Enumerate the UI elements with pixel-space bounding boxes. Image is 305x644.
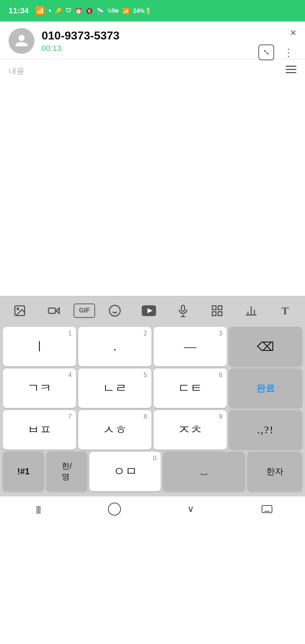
- key-done[interactable]: 완료: [229, 368, 302, 408]
- status-bar: 11:34 📶 • 🔑 🛡 ⏰ 🔇 📡 ¼lte 📶 24%🔋: [0, 0, 305, 22]
- key-3-num: 3: [219, 330, 222, 337]
- key-1-vowel[interactable]: 1 ㅣ: [3, 327, 76, 366]
- lte-icon: ¼lte: [107, 8, 119, 14]
- close-button[interactable]: ×: [290, 27, 296, 38]
- call-header: 010-9373-5373 00:13 × ⤡ ⋮: [0, 22, 305, 59]
- svg-rect-14: [212, 312, 216, 316]
- mic-tool-button[interactable]: [169, 300, 197, 321]
- key-9-num: 9: [219, 413, 222, 420]
- key-5-label: ㄴㄹ: [103, 380, 127, 396]
- key-hanja-label: 한자: [266, 466, 283, 477]
- key-1-num: 1: [68, 330, 72, 337]
- back-nav-button[interactable]: |||: [27, 498, 49, 520]
- svg-rect-12: [212, 306, 216, 310]
- content-area[interactable]: 내용: [0, 59, 305, 296]
- keyboard-row-3: 7 ㅂㅍ 8 ㅅㅎ 9 ㅈㅊ .,?!: [3, 410, 302, 450]
- keyboard-row-1: 1 ㅣ 2 . 3 — ⌫: [3, 327, 302, 366]
- youtube-tool-button[interactable]: [135, 300, 163, 321]
- image-tool-button[interactable]: [5, 300, 34, 321]
- key-5-nr[interactable]: 5 ㄴㄹ: [78, 368, 151, 408]
- key-5-num: 5: [144, 371, 147, 379]
- key-2-label: .: [113, 340, 117, 353]
- key-symbols[interactable]: !#1: [3, 452, 44, 491]
- key-7-bp[interactable]: 7 ㅂㅍ: [3, 410, 76, 450]
- chart-tool-button[interactable]: [237, 300, 266, 321]
- key-8-num: 8: [144, 413, 147, 420]
- keyboard-nav-button[interactable]: [256, 498, 278, 520]
- bottom-nav: ||| ∨: [0, 496, 305, 521]
- key-punct[interactable]: .,?!: [229, 410, 302, 450]
- key-hanja[interactable]: 한자: [247, 452, 302, 491]
- backspace-icon: ⌫: [257, 339, 274, 354]
- recent-nav-icon: ∨: [187, 503, 194, 514]
- key-0-num: 0: [153, 455, 156, 462]
- key-lang-label: 한/영: [62, 461, 72, 482]
- menu-line-2: [286, 69, 296, 70]
- gif-tool-button[interactable]: GIF: [74, 304, 95, 318]
- keyboard: 1 ㅣ 2 . 3 — ⌫ 4 ㄱㅋ 5 ㄴㄹ 6 ㄷㅌ 완료: [0, 325, 305, 496]
- alarm-icon: ⏰: [75, 8, 82, 14]
- key-9-label: ㅈㅊ: [178, 422, 202, 438]
- minimize-button[interactable]: ⤡: [258, 44, 274, 60]
- content-placeholder: 내용: [9, 66, 24, 76]
- more-options-button[interactable]: ⋮: [281, 44, 296, 60]
- key-space[interactable]: ⎵: [163, 452, 245, 491]
- dot-indicator: •: [48, 6, 51, 15]
- person-icon: [14, 34, 29, 48]
- grid-tool-button[interactable]: [203, 300, 231, 321]
- signal-icon: 📶: [35, 6, 45, 15]
- back-nav-icon: |||: [36, 504, 41, 514]
- key-4-num: 4: [68, 371, 72, 379]
- shield-icon: 🛡: [66, 8, 71, 14]
- key-7-label: ㅂㅍ: [27, 422, 52, 438]
- keyboard-row-4: !#1 한/영 0 ㅇㅁ ⎵ 한자: [3, 452, 302, 491]
- key-4-label: ㄱㅋ: [27, 380, 52, 396]
- home-nav-icon: [108, 503, 121, 516]
- svg-marker-3: [56, 308, 59, 313]
- key-6-dt[interactable]: 6 ㄷㅌ: [154, 368, 227, 408]
- key-3-label: —: [184, 340, 196, 353]
- recent-nav-button[interactable]: ∨: [180, 498, 201, 520]
- key-punct-label: .,?!: [257, 424, 274, 436]
- mute-icon: 🔇: [86, 8, 93, 14]
- key-2-dot[interactable]: 2 .: [78, 327, 151, 366]
- status-time: 11:34: [9, 6, 29, 15]
- keyboard-nav-icon: [262, 505, 272, 513]
- svg-point-4: [109, 305, 120, 316]
- battery-level: 24%🔋: [133, 8, 152, 14]
- key-8-sh[interactable]: 8 ㅅㅎ: [78, 410, 151, 450]
- video-tool-button[interactable]: [39, 300, 68, 321]
- key-symbols-label: !#1: [17, 466, 30, 476]
- menu-line-3: [286, 72, 296, 73]
- key-backspace[interactable]: ⌫: [229, 327, 302, 366]
- wifi-icon: 📡: [97, 8, 104, 14]
- key-4-gk[interactable]: 4 ㄱㅋ: [3, 368, 76, 408]
- header-bottom-actions: ⤡ ⋮: [258, 44, 296, 60]
- key-7-num: 7: [68, 413, 72, 420]
- home-nav-button[interactable]: [104, 498, 125, 520]
- key-0-om[interactable]: 0 ㅇㅁ: [89, 452, 161, 491]
- key-0-label: ㅇㅁ: [113, 463, 137, 480]
- key-space-label: ⎵: [201, 466, 207, 477]
- minimize-icon: ⤡: [263, 48, 269, 57]
- text-tool-button[interactable]: T: [271, 300, 299, 321]
- sticker-tool-button[interactable]: [100, 300, 129, 321]
- menu-button[interactable]: [286, 66, 296, 73]
- key-lang-switch[interactable]: 한/영: [46, 452, 88, 491]
- header-actions: × ⤡ ⋮: [258, 27, 296, 60]
- menu-line-1: [286, 66, 296, 67]
- key-6-label: ㄷㅌ: [178, 380, 202, 396]
- avatar: [9, 28, 34, 54]
- key-9-jch[interactable]: 9 ㅈㅊ: [154, 410, 227, 450]
- keyboard-row-2: 4 ㄱㅋ 5 ㄴㄹ 6 ㄷㅌ 완료: [3, 368, 302, 408]
- svg-rect-15: [218, 312, 222, 316]
- key-done-label: 완료: [256, 382, 275, 395]
- key-3-dash[interactable]: 3 —: [154, 327, 227, 366]
- key-1-label: ㅣ: [33, 338, 46, 355]
- more-icon: ⋮: [283, 47, 294, 58]
- key-6-num: 6: [219, 371, 222, 379]
- key-8-label: ㅅㅎ: [103, 422, 127, 438]
- svg-rect-9: [181, 305, 184, 311]
- keyboard-toolbar: GIF: [0, 296, 305, 325]
- key-2-num: 2: [144, 330, 147, 337]
